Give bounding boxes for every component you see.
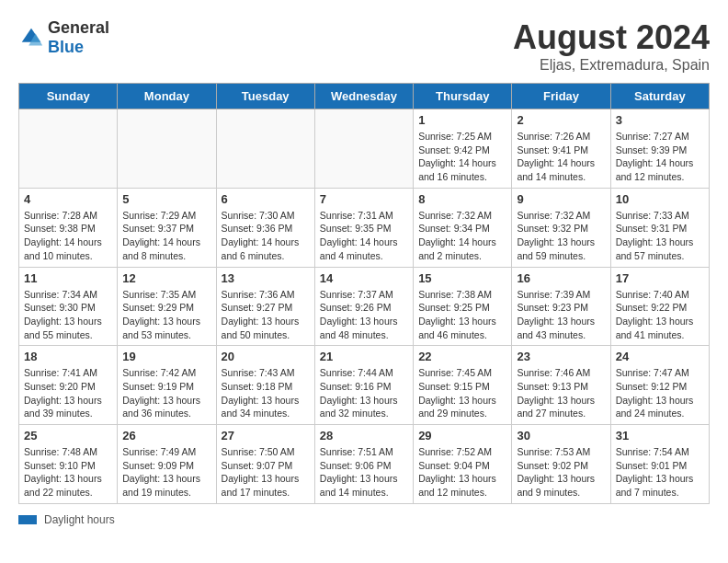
calendar-day-cell: 14Sunrise: 7:37 AM Sunset: 9:26 PM Dayli… xyxy=(314,267,413,346)
day-info: Sunrise: 7:31 AM Sunset: 9:35 PM Dayligh… xyxy=(320,209,408,263)
day-info: Sunrise: 7:26 AM Sunset: 9:41 PM Dayligh… xyxy=(517,130,605,184)
day-info: Sunrise: 7:54 AM Sunset: 9:01 PM Dayligh… xyxy=(616,445,704,500)
calendar-header-cell: Monday xyxy=(118,84,216,109)
page-header: General Blue August 2024 Eljas, Extremad… xyxy=(18,18,710,74)
calendar-day-cell: 5Sunrise: 7:29 AM Sunset: 9:37 PM Daylig… xyxy=(118,188,216,267)
calendar-day-cell: 13Sunrise: 7:36 AM Sunset: 9:27 PM Dayli… xyxy=(216,267,314,346)
calendar-day-cell: 11Sunrise: 7:34 AM Sunset: 9:30 PM Dayli… xyxy=(19,267,118,346)
day-number: 23 xyxy=(517,350,605,363)
calendar-header-cell: Tuesday xyxy=(216,84,314,109)
day-number: 22 xyxy=(418,350,506,363)
calendar-day-cell xyxy=(216,109,314,189)
day-number: 5 xyxy=(122,192,210,206)
day-info: Sunrise: 7:27 AM Sunset: 9:39 PM Dayligh… xyxy=(616,130,704,184)
calendar-header-cell: Saturday xyxy=(610,84,709,109)
calendar-day-cell: 20Sunrise: 7:43 AM Sunset: 9:18 PM Dayli… xyxy=(216,346,314,425)
day-number: 2 xyxy=(517,113,605,127)
day-number: 11 xyxy=(24,271,112,285)
page-title: August 2024 xyxy=(513,18,710,57)
day-info: Sunrise: 7:29 AM Sunset: 9:37 PM Dayligh… xyxy=(122,209,210,263)
calendar-week-row: 4Sunrise: 7:28 AM Sunset: 9:38 PM Daylig… xyxy=(19,188,710,267)
day-info: Sunrise: 7:37 AM Sunset: 9:26 PM Dayligh… xyxy=(320,288,408,342)
calendar-day-cell: 4Sunrise: 7:28 AM Sunset: 9:38 PM Daylig… xyxy=(19,188,118,267)
calendar-body: 1Sunrise: 7:25 AM Sunset: 9:42 PM Daylig… xyxy=(19,109,710,504)
day-number: 19 xyxy=(122,350,210,363)
day-number: 21 xyxy=(320,350,408,363)
calendar-week-row: 11Sunrise: 7:34 AM Sunset: 9:30 PM Dayli… xyxy=(19,267,710,346)
page-subtitle: Eljas, Extremadura, Spain xyxy=(513,57,710,74)
calendar-header-cell: Sunday xyxy=(19,84,118,109)
day-number: 3 xyxy=(616,113,704,127)
day-number: 7 xyxy=(320,192,408,206)
day-info: Sunrise: 7:49 AM Sunset: 9:09 PM Dayligh… xyxy=(122,445,210,500)
day-number: 12 xyxy=(122,271,210,285)
day-number: 14 xyxy=(320,271,408,285)
day-info: Sunrise: 7:53 AM Sunset: 9:02 PM Dayligh… xyxy=(517,445,605,500)
calendar-day-cell: 30Sunrise: 7:53 AM Sunset: 9:02 PM Dayli… xyxy=(512,425,610,504)
logo: General Blue xyxy=(18,18,109,57)
day-number: 26 xyxy=(122,429,210,442)
calendar-day-cell: 29Sunrise: 7:52 AM Sunset: 9:04 PM Dayli… xyxy=(414,425,512,504)
day-number: 30 xyxy=(517,429,605,442)
day-info: Sunrise: 7:42 AM Sunset: 9:19 PM Dayligh… xyxy=(122,366,210,420)
calendar-week-row: 18Sunrise: 7:41 AM Sunset: 9:20 PM Dayli… xyxy=(19,346,710,425)
day-number: 9 xyxy=(517,192,605,206)
day-number: 13 xyxy=(222,271,310,285)
calendar-header-cell: Wednesday xyxy=(314,84,413,109)
calendar-day-cell: 3Sunrise: 7:27 AM Sunset: 9:39 PM Daylig… xyxy=(610,109,709,189)
day-number: 18 xyxy=(24,350,112,363)
calendar-day-cell: 9Sunrise: 7:32 AM Sunset: 9:32 PM Daylig… xyxy=(512,188,610,267)
day-number: 31 xyxy=(616,429,704,442)
calendar-day-cell: 16Sunrise: 7:39 AM Sunset: 9:23 PM Dayli… xyxy=(512,267,610,346)
calendar-day-cell: 15Sunrise: 7:38 AM Sunset: 9:25 PM Dayli… xyxy=(414,267,512,346)
day-number: 6 xyxy=(222,192,310,206)
calendar-day-cell: 12Sunrise: 7:35 AM Sunset: 9:29 PM Dayli… xyxy=(118,267,216,346)
calendar-day-cell: 10Sunrise: 7:33 AM Sunset: 9:31 PM Dayli… xyxy=(610,188,709,267)
day-number: 15 xyxy=(418,271,506,285)
day-info: Sunrise: 7:36 AM Sunset: 9:27 PM Dayligh… xyxy=(222,288,310,342)
day-number: 24 xyxy=(616,350,704,363)
day-number: 27 xyxy=(222,429,310,442)
day-info: Sunrise: 7:34 AM Sunset: 9:30 PM Dayligh… xyxy=(24,288,112,342)
calendar-day-cell: 26Sunrise: 7:49 AM Sunset: 9:09 PM Dayli… xyxy=(118,425,216,504)
calendar-table: SundayMondayTuesdayWednesdayThursdayFrid… xyxy=(18,83,710,504)
day-number: 20 xyxy=(222,350,310,363)
day-info: Sunrise: 7:43 AM Sunset: 9:18 PM Dayligh… xyxy=(222,366,310,420)
calendar-day-cell xyxy=(118,109,216,189)
calendar-day-cell: 21Sunrise: 7:44 AM Sunset: 9:16 PM Dayli… xyxy=(314,346,413,425)
day-info: Sunrise: 7:44 AM Sunset: 9:16 PM Dayligh… xyxy=(320,366,408,420)
day-info: Sunrise: 7:51 AM Sunset: 9:06 PM Dayligh… xyxy=(320,445,408,500)
day-info: Sunrise: 7:50 AM Sunset: 9:07 PM Dayligh… xyxy=(222,445,310,500)
day-number: 28 xyxy=(320,429,408,442)
day-number: 25 xyxy=(24,429,112,442)
day-info: Sunrise: 7:33 AM Sunset: 9:31 PM Dayligh… xyxy=(616,209,704,263)
day-info: Sunrise: 7:48 AM Sunset: 9:10 PM Dayligh… xyxy=(24,445,112,500)
day-info: Sunrise: 7:32 AM Sunset: 9:34 PM Dayligh… xyxy=(418,209,506,263)
day-number: 17 xyxy=(616,271,704,285)
calendar-day-cell: 31Sunrise: 7:54 AM Sunset: 9:01 PM Dayli… xyxy=(610,425,709,504)
day-info: Sunrise: 7:30 AM Sunset: 9:36 PM Dayligh… xyxy=(222,209,310,263)
day-info: Sunrise: 7:35 AM Sunset: 9:29 PM Dayligh… xyxy=(122,288,210,342)
day-info: Sunrise: 7:28 AM Sunset: 9:38 PM Dayligh… xyxy=(24,209,112,263)
day-info: Sunrise: 7:25 AM Sunset: 9:42 PM Dayligh… xyxy=(418,130,506,184)
day-info: Sunrise: 7:46 AM Sunset: 9:13 PM Dayligh… xyxy=(517,366,605,420)
day-info: Sunrise: 7:38 AM Sunset: 9:25 PM Dayligh… xyxy=(418,288,506,342)
calendar-day-cell xyxy=(19,109,118,189)
calendar-header-cell: Friday xyxy=(512,84,610,109)
legend: Daylight hours xyxy=(18,513,710,526)
calendar-day-cell: 25Sunrise: 7:48 AM Sunset: 9:10 PM Dayli… xyxy=(19,425,118,504)
logo-icon xyxy=(18,25,44,51)
logo-text: General Blue xyxy=(48,18,109,57)
calendar-day-cell: 1Sunrise: 7:25 AM Sunset: 9:42 PM Daylig… xyxy=(414,109,512,189)
calendar-day-cell: 27Sunrise: 7:50 AM Sunset: 9:07 PM Dayli… xyxy=(216,425,314,504)
calendar-header-row: SundayMondayTuesdayWednesdayThursdayFrid… xyxy=(19,84,710,109)
calendar-day-cell: 2Sunrise: 7:26 AM Sunset: 9:41 PM Daylig… xyxy=(512,109,610,189)
day-info: Sunrise: 7:41 AM Sunset: 9:20 PM Dayligh… xyxy=(24,366,112,420)
calendar-day-cell: 19Sunrise: 7:42 AM Sunset: 9:19 PM Dayli… xyxy=(118,346,216,425)
legend-bar xyxy=(18,515,37,524)
calendar-day-cell: 18Sunrise: 7:41 AM Sunset: 9:20 PM Dayli… xyxy=(19,346,118,425)
calendar-day-cell: 28Sunrise: 7:51 AM Sunset: 9:06 PM Dayli… xyxy=(314,425,413,504)
calendar-day-cell: 24Sunrise: 7:47 AM Sunset: 9:12 PM Dayli… xyxy=(610,346,709,425)
day-info: Sunrise: 7:32 AM Sunset: 9:32 PM Dayligh… xyxy=(517,209,605,263)
calendar-day-cell: 22Sunrise: 7:45 AM Sunset: 9:15 PM Dayli… xyxy=(414,346,512,425)
